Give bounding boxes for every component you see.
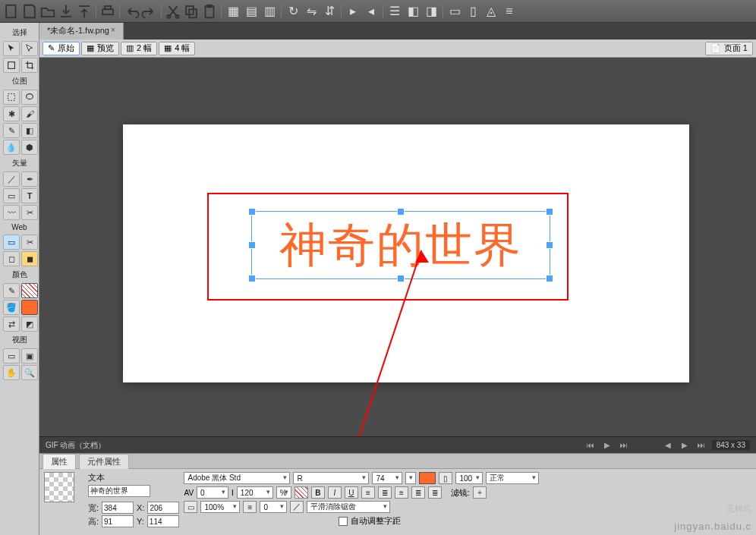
hotspot-tool[interactable]: ▭ <box>3 234 20 250</box>
open-button[interactable] <box>39 3 56 20</box>
triangle-button[interactable]: ◬ <box>483 3 499 20</box>
leading-unit[interactable]: % <box>276 486 291 499</box>
fill-color[interactable] <box>21 300 38 315</box>
stroke-color[interactable] <box>21 283 38 298</box>
marquee-tool[interactable] <box>3 90 20 105</box>
subselect-tool[interactable] <box>21 41 38 56</box>
italic-button[interactable]: I <box>328 486 342 499</box>
fullscreen-view[interactable]: ▣ <box>21 348 38 363</box>
eyedropper-tool[interactable]: ✎ <box>3 283 20 298</box>
handle-tm[interactable] <box>398 209 404 215</box>
blur-tool[interactable]: 💧 <box>3 140 20 155</box>
document-tab-close[interactable]: × <box>111 26 120 35</box>
canvas-area[interactable]: 神奇的世界 <box>39 58 756 436</box>
lasso-tool[interactable] <box>21 90 38 105</box>
object-name-input[interactable] <box>88 485 150 497</box>
tracking-input[interactable]: 0 <box>197 486 228 499</box>
viewmode-2up[interactable]: ▥ 2 幅 <box>121 42 157 55</box>
distribute-button[interactable]: ▥ <box>261 3 278 20</box>
handle-bm[interactable] <box>398 275 404 282</box>
opacity-dropdown[interactable]: 100 <box>455 472 483 484</box>
freeform-tool[interactable]: 〰 <box>3 205 20 220</box>
undo-button[interactable] <box>123 3 140 20</box>
leading-input[interactable]: 120 <box>237 486 273 499</box>
end-button[interactable]: ⏭ <box>695 440 707 451</box>
first-frame-button[interactable]: ⏮ <box>584 440 597 451</box>
canvas-text[interactable]: 神奇的世界 <box>279 213 522 277</box>
underline-icon[interactable]: ▯ <box>439 472 452 484</box>
print-button[interactable] <box>99 3 116 20</box>
back-button[interactable]: ◂ <box>363 3 380 20</box>
font-family-dropdown[interactable]: Adobe 黑体 Std <box>184 472 290 484</box>
prev-button[interactable]: ◀ <box>662 440 674 451</box>
tab-properties[interactable]: 属性 <box>43 454 76 469</box>
handle-tl[interactable] <box>249 209 255 215</box>
viewmode-4up[interactable]: ▦ 4 幅 <box>159 42 195 55</box>
export-button[interactable] <box>76 3 93 20</box>
add-filter-button[interactable]: ＋ <box>473 486 487 499</box>
font-size-dropdown[interactable]: 74 <box>372 472 402 484</box>
bucket-tool[interactable]: 🪣 <box>3 300 20 315</box>
text-tool[interactable]: T <box>21 188 38 203</box>
flip-v-button[interactable]: ⇵ <box>321 3 338 20</box>
show-slice-tool[interactable]: ◼ <box>21 251 38 266</box>
menu-button[interactable]: ≡ <box>501 3 518 20</box>
play-button[interactable]: ▶ <box>601 440 613 451</box>
pointer-tool[interactable] <box>3 41 20 56</box>
height-input[interactable] <box>102 515 134 527</box>
crop-tool[interactable] <box>21 58 38 73</box>
brush-tool[interactable]: 🖌 <box>21 106 38 121</box>
cut-button[interactable] <box>165 3 181 20</box>
next-button[interactable]: ▶ <box>679 440 691 451</box>
align-left-button[interactable]: ≡ <box>361 486 375 499</box>
align-button[interactable]: ▤ <box>243 3 260 20</box>
font-style-dropdown[interactable]: R <box>293 472 369 484</box>
text-flow-button[interactable]: ≡ <box>243 501 257 513</box>
slice-tool[interactable]: ✂ <box>21 234 38 250</box>
orient-h-button[interactable]: ▭ <box>184 501 197 513</box>
rotate-button[interactable]: ↻ <box>285 3 301 20</box>
new-doc-button[interactable] <box>3 3 20 20</box>
viewmode-preview[interactable]: ▦ 预览 <box>81 42 119 55</box>
zoom-tool[interactable]: 🔍 <box>21 365 38 380</box>
width-input[interactable] <box>102 502 134 514</box>
import-button[interactable] <box>58 3 74 20</box>
front-button[interactable]: ▸ <box>345 3 361 20</box>
stamp-tool[interactable]: ⬢ <box>21 140 38 155</box>
viewmode-original[interactable]: ✎ 原始 <box>43 42 80 55</box>
layers-button[interactable]: ☰ <box>386 3 403 20</box>
text-selection-box[interactable]: 神奇的世界 <box>209 194 567 299</box>
misc2-button[interactable]: ◨ <box>423 3 439 20</box>
scale-tool[interactable] <box>3 58 20 73</box>
paste-button[interactable] <box>201 3 218 20</box>
flatten-button[interactable]: ▭ <box>446 3 463 20</box>
flip-h-button[interactable]: ⇋ <box>303 3 320 20</box>
copy-button[interactable] <box>183 3 200 20</box>
path-stroke-button[interactable]: ／ <box>290 501 304 513</box>
alpha-input[interactable]: 100% <box>200 501 240 513</box>
hand-tool[interactable]: ✋ <box>3 365 20 380</box>
x-input[interactable] <box>147 502 179 514</box>
tab-component-props[interactable]: 元件属性 <box>79 454 129 469</box>
knife-tool[interactable]: ✂ <box>21 205 38 220</box>
handle-br[interactable] <box>547 275 553 282</box>
blend-mode-dropdown[interactable]: 正常 <box>486 472 539 484</box>
standard-view[interactable]: ▭ <box>3 348 20 363</box>
page-indicator[interactable]: 📄 页面 1 <box>705 42 753 55</box>
handle-mr[interactable] <box>547 242 553 248</box>
eraser-tool[interactable]: ◧ <box>21 123 38 138</box>
wand-tool[interactable]: ✱ <box>3 106 20 121</box>
misc-button[interactable]: ◧ <box>405 3 421 20</box>
line-tool[interactable]: ／ <box>3 172 20 187</box>
align-justify-button[interactable]: ≣ <box>411 486 425 499</box>
align-right-button[interactable]: ≡ <box>395 486 408 499</box>
swap-colors[interactable]: ⇄ <box>3 316 20 332</box>
align-center-button[interactable]: ≣ <box>378 486 392 499</box>
stroke-swatch[interactable] <box>295 486 308 499</box>
baseline-input[interactable]: 0 <box>260 501 287 513</box>
handle-tr[interactable] <box>547 209 553 215</box>
last-frame-button[interactable]: ⏭ <box>618 440 630 451</box>
antialias-dropdown[interactable]: 平滑消除锯齿 <box>307 501 390 513</box>
save-button[interactable] <box>21 3 38 20</box>
handle-ml[interactable] <box>249 242 255 248</box>
